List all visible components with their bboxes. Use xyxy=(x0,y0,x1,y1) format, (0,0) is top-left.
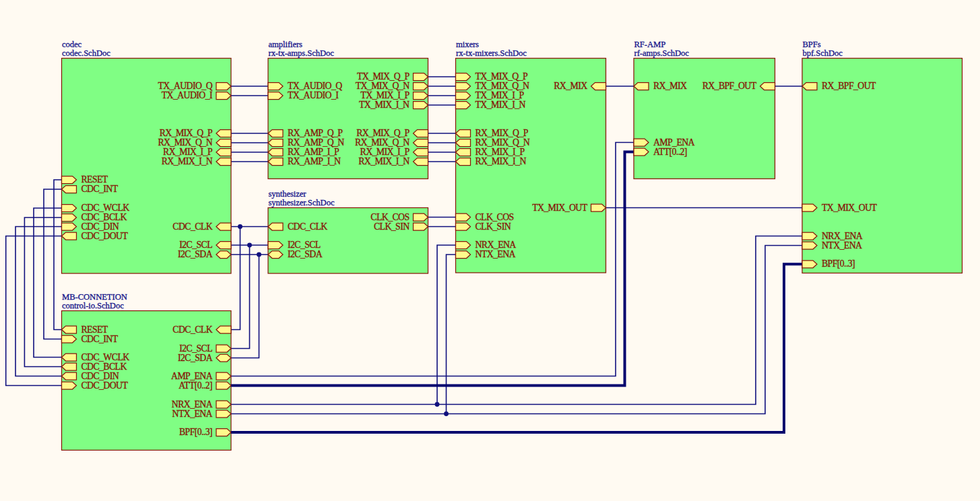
svg-text:TX_MIX_Q_N: TX_MIX_Q_N xyxy=(476,81,529,91)
svg-text:CLK_COS: CLK_COS xyxy=(370,212,409,222)
svg-text:RESET: RESET xyxy=(81,325,108,335)
svg-text:I2C_SDA: I2C_SDA xyxy=(178,353,213,363)
svg-text:CDC_CLK: CDC_CLK xyxy=(288,222,327,232)
svg-text:CDC_INT: CDC_INT xyxy=(81,334,119,344)
svg-text:TX_AUDIO_I: TX_AUDIO_I xyxy=(288,90,339,100)
svg-text:RF-AMP: RF-AMP xyxy=(634,40,666,49)
svg-text:synthesizer.SchDoc: synthesizer.SchDoc xyxy=(269,198,335,207)
svg-text:CDC_DOUT: CDC_DOUT xyxy=(81,231,129,241)
svg-text:TX_MIX_OUT: TX_MIX_OUT xyxy=(822,203,878,213)
svg-text:rx-tx-amps.SchDoc: rx-tx-amps.SchDoc xyxy=(269,48,335,58)
svg-text:RX_MIX_I_P: RX_MIX_I_P xyxy=(476,147,525,157)
svg-text:NTX_ENA: NTX_ENA xyxy=(476,249,516,259)
svg-text:RX_AMP_I_P: RX_AMP_I_P xyxy=(288,147,339,157)
svg-text:synthesizer: synthesizer xyxy=(269,189,307,199)
svg-text:RX_MIX_I_P: RX_MIX_I_P xyxy=(163,147,213,157)
svg-text:CDC_DIN: CDC_DIN xyxy=(81,222,119,232)
svg-text:ATT[0..2]: ATT[0..2] xyxy=(653,147,687,157)
svg-text:bpf.SchDoc: bpf.SchDoc xyxy=(803,48,843,58)
svg-text:RX_MIX_I_N: RX_MIX_I_N xyxy=(476,156,527,166)
svg-text:RX_MIX: RX_MIX xyxy=(653,81,687,91)
svg-text:I2C_SCL: I2C_SCL xyxy=(288,240,321,250)
svg-text:RX_MIX_I_N: RX_MIX_I_N xyxy=(162,156,213,166)
svg-text:I2C_SCL: I2C_SCL xyxy=(179,240,212,250)
svg-text:TX_AUDIO_Q: TX_AUDIO_Q xyxy=(158,81,212,91)
svg-text:CDC_CLK: CDC_CLK xyxy=(172,325,212,335)
svg-text:RX_MIX: RX_MIX xyxy=(554,81,587,91)
svg-text:TX_MIX_Q_P: TX_MIX_Q_P xyxy=(357,71,410,81)
svg-text:TX_MIX_Q_N: TX_MIX_Q_N xyxy=(356,81,410,91)
svg-text:I2C_SDA: I2C_SDA xyxy=(288,249,323,259)
svg-text:BPF[0..3]: BPF[0..3] xyxy=(179,427,212,437)
svg-text:NRX_ENA: NRX_ENA xyxy=(822,231,863,241)
svg-text:TX_MIX_Q_P: TX_MIX_Q_P xyxy=(476,71,528,81)
svg-text:NRX_ENA: NRX_ENA xyxy=(172,399,213,409)
svg-text:TX_MIX_OUT: TX_MIX_OUT xyxy=(532,203,588,213)
svg-text:TX_MIX_I_N: TX_MIX_I_N xyxy=(359,100,410,110)
svg-text:ATT[0..2]: ATT[0..2] xyxy=(178,380,212,391)
svg-text:CLK_COS: CLK_COS xyxy=(476,212,514,222)
svg-text:RX_AMP_Q_P: RX_AMP_Q_P xyxy=(288,128,343,138)
svg-text:CDC_BCLK: CDC_BCLK xyxy=(81,362,127,372)
svg-text:RX_MIX_Q_P: RX_MIX_Q_P xyxy=(356,128,410,138)
svg-text:CDC_WCLK: CDC_WCLK xyxy=(81,203,130,213)
svg-text:RX_MIX_Q_P: RX_MIX_Q_P xyxy=(160,128,213,138)
svg-text:CLK_SIN: CLK_SIN xyxy=(374,222,410,232)
svg-text:codec.SchDoc: codec.SchDoc xyxy=(62,48,110,58)
svg-text:TX_MIX_I_N: TX_MIX_I_N xyxy=(476,100,526,110)
svg-text:RX_AMP_I_N: RX_AMP_I_N xyxy=(288,156,341,166)
svg-text:CLK_SIN: CLK_SIN xyxy=(476,222,511,232)
svg-text:RESET: RESET xyxy=(81,174,108,185)
svg-text:RX_MIX_Q_N: RX_MIX_Q_N xyxy=(158,137,212,147)
svg-text:RX_BPF_OUT: RX_BPF_OUT xyxy=(822,81,876,91)
svg-text:BPFs: BPFs xyxy=(803,40,821,49)
svg-text:amplifiers: amplifiers xyxy=(269,40,303,49)
svg-text:CDC_INT: CDC_INT xyxy=(81,184,119,194)
svg-text:RX_MIX_Q_N: RX_MIX_Q_N xyxy=(476,137,530,147)
svg-text:RX_BPF_OUT: RX_BPF_OUT xyxy=(703,81,757,91)
svg-text:MB-CONNETION: MB-CONNETION xyxy=(62,292,127,302)
svg-text:RX_MIX_I_N: RX_MIX_I_N xyxy=(358,156,410,166)
svg-text:CDC_CLK: CDC_CLK xyxy=(172,222,212,232)
svg-text:RX_MIX_I_P: RX_MIX_I_P xyxy=(360,147,410,157)
svg-text:AMP_ENA: AMP_ENA xyxy=(653,137,695,147)
svg-text:I2C_SDA: I2C_SDA xyxy=(178,249,213,259)
svg-text:NTX_ENA: NTX_ENA xyxy=(822,240,862,250)
svg-text:rf-amps.SchDoc: rf-amps.SchDoc xyxy=(634,48,690,58)
svg-text:I2C_SCL: I2C_SCL xyxy=(179,343,212,354)
svg-text:TX_AUDIO_Q: TX_AUDIO_Q xyxy=(288,81,342,91)
svg-text:NRX_ENA: NRX_ENA xyxy=(476,240,517,250)
svg-text:TX_AUDIO_I: TX_AUDIO_I xyxy=(162,90,213,100)
svg-text:RX_MIX_Q_N: RX_MIX_Q_N xyxy=(355,137,410,147)
svg-text:rx-tx-mixers.SchDoc: rx-tx-mixers.SchDoc xyxy=(456,48,527,58)
svg-text:RX_MIX_Q_P: RX_MIX_Q_P xyxy=(476,128,529,138)
svg-text:codec: codec xyxy=(62,40,82,49)
svg-text:TX_MIX_I_P: TX_MIX_I_P xyxy=(360,90,410,100)
svg-text:RX_AMP_Q_N: RX_AMP_Q_N xyxy=(288,137,344,147)
svg-text:CDC_DOUT: CDC_DOUT xyxy=(81,380,129,391)
svg-text:control-io.SchDoc: control-io.SchDoc xyxy=(62,301,124,310)
svg-text:NTX_ENA: NTX_ENA xyxy=(172,409,213,419)
svg-text:CDC_WCLK: CDC_WCLK xyxy=(81,352,130,362)
svg-text:TX_MIX_I_P: TX_MIX_I_P xyxy=(476,90,525,100)
svg-text:AMP_ENA: AMP_ENA xyxy=(171,371,213,381)
svg-text:CDC_DIN: CDC_DIN xyxy=(81,371,119,381)
svg-text:mixers: mixers xyxy=(456,40,479,49)
svg-text:BPF[0..3]: BPF[0..3] xyxy=(822,259,855,269)
